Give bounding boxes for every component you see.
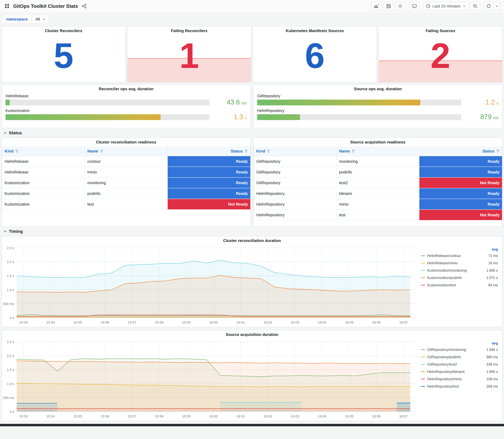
series-name: HelmRepository/minio <box>427 377 462 381</box>
svg-text:16:01: 16:01 <box>236 320 245 324</box>
legend-item[interactable]: Kustomization/test84 ms <box>421 281 498 289</box>
filter-funnel-icon <box>100 150 103 153</box>
svg-text:16:01: 16:01 <box>236 414 245 418</box>
refresh-group <box>484 2 500 10</box>
gauge-fill <box>257 99 420 105</box>
svg-text:1.5 s: 1.5 s <box>7 368 14 372</box>
time-range-picker[interactable]: Last 15 minutes <box>424 2 468 10</box>
column-header-status[interactable]: Status <box>168 146 250 156</box>
table-panel-1: Source acquisition readiness KindNameSta… <box>253 137 503 227</box>
table-row: HelmRepositoryminioReady <box>254 199 502 209</box>
filter-funnel-icon <box>496 150 499 153</box>
svg-text:500 ms: 500 ms <box>3 396 14 400</box>
legend-item[interactable]: GitRepository/monitoring1.594 s <box>421 346 498 353</box>
timeseries-plot[interactable]: 0 s500 ms1.0 s1.5 s2.0 s2.5 s15:5315:541… <box>2 339 419 420</box>
share-icon[interactable] <box>81 3 87 10</box>
panel-title: Failing Reconcilers <box>127 26 251 35</box>
stat-panel-0: Cluster Reconcilers5 <box>1 26 126 83</box>
save-dashboard-button[interactable] <box>384 2 393 10</box>
svg-text:15:57: 15:57 <box>128 414 136 418</box>
status-badge: Ready <box>419 199 502 209</box>
column-header-name[interactable]: Name <box>336 146 419 156</box>
cell-name: contour <box>85 156 168 167</box>
filter-funnel-icon <box>245 150 248 153</box>
variable-namespace-value-dropdown[interactable]: All <box>32 15 49 24</box>
table-row: HelmReleasecontourReady <box>2 156 250 167</box>
svg-text:15:58: 15:58 <box>155 320 163 324</box>
stat-value: 2 <box>379 38 502 73</box>
legend-avg-header[interactable]: avg <box>421 247 498 251</box>
svg-text:16:00: 16:00 <box>209 320 218 324</box>
svg-text:16:06: 16:06 <box>372 320 381 324</box>
svg-text:16:02: 16:02 <box>263 320 272 324</box>
column-header-kind[interactable]: Kind <box>2 146 85 156</box>
legend-item[interactable]: HelmRepository/test289 ms <box>421 383 498 390</box>
toolbar-tv-group <box>409 2 419 10</box>
column-header-kind[interactable]: Kind <box>254 146 336 156</box>
stats-row: Cluster Reconcilers5Failing Reconcilers1… <box>1 26 503 83</box>
series-avg-value: 1.594 s <box>486 348 498 352</box>
variable-namespace-value: All <box>36 17 40 22</box>
refresh-button[interactable] <box>484 2 494 10</box>
legend-item[interactable]: HelmRelease/minio16 ms <box>421 259 498 267</box>
section-status-label: Status <box>9 131 22 135</box>
stat-panel-2: Kubernetes Manifests Sources6 <box>253 26 377 83</box>
cell-name: bitnami <box>336 188 419 199</box>
section-timing[interactable]: Timing <box>1 227 503 236</box>
column-header-name[interactable]: Name <box>85 146 168 156</box>
panel-title: Kubernetes Manifests Sources <box>253 26 377 35</box>
legend-item[interactable]: HelmRepository/minio108 ms <box>421 375 498 383</box>
legend-item[interactable]: GitRepository/podinfo980 ms <box>421 353 498 361</box>
cell-kind: Kustomization <box>2 199 85 209</box>
series-name: Kustomization/monitoring <box>427 268 467 273</box>
series-name: GitRepository/monitoring <box>427 348 466 352</box>
legend-item[interactable]: GitRepository/test2338 ms <box>421 361 498 368</box>
gauge-row: HelmRepository879 ms <box>257 109 499 120</box>
variable-namespace-label: namespace <box>2 15 32 24</box>
readiness-table-1: KindNameStatusGitRepositorymonitoringRea… <box>254 146 502 220</box>
timeseries-panel-1: Source acquisition duration 0 s500 ms1.0… <box>1 330 503 421</box>
cell-kind: HelmRepository <box>254 188 336 199</box>
gauge-label: GitRepository <box>257 94 499 98</box>
cell-name: monitoring <box>336 156 419 167</box>
legend-avg-header[interactable]: avg <box>421 341 498 345</box>
column-header-status[interactable]: Status <box>419 146 502 156</box>
table-panel-0: Cluster reconciliation readiness KindNam… <box>1 137 251 227</box>
chevron-down-icon <box>3 230 7 233</box>
table-row: GitRepositorypodinfoReady <box>254 167 502 177</box>
svg-text:500 ms: 500 ms <box>3 302 14 306</box>
status-badge: Ready <box>168 188 250 199</box>
cell-kind: HelmRelease <box>2 156 85 167</box>
legend-item[interactable]: Kustomization/podinfo1.071 s <box>421 274 498 281</box>
svg-text:2.0 s: 2.0 s <box>7 354 14 358</box>
svg-text:15:54: 15:54 <box>46 320 55 324</box>
legend-item[interactable]: Kustomization/monitoring1.605 s <box>421 267 498 274</box>
legend-item[interactable]: HelmRelease/contour71 ms <box>421 252 498 259</box>
dashboard-settings-button[interactable] <box>395 2 405 10</box>
series-name: Kustomization/podinfo <box>427 276 462 280</box>
refresh-interval-dropdown[interactable] <box>494 2 500 10</box>
timeseries-plot[interactable]: 0 s500 ms1.0 s1.5 s2.0 s2.5 s15:5315:541… <box>2 245 419 326</box>
cell-kind: HelmRepository <box>254 199 336 209</box>
svg-text:16:05: 16:05 <box>345 320 354 324</box>
svg-text:16:07: 16:07 <box>399 320 408 324</box>
gauge-panel-0: Reconciler ops avg. duration HelmRelease… <box>1 84 251 128</box>
panel-title: Source ops avg. duration <box>254 85 502 93</box>
svg-text:15:54: 15:54 <box>46 414 55 418</box>
gauge-fill <box>257 114 300 120</box>
series-avg-value: 338 ms <box>486 362 498 366</box>
cycle-view-mode-button[interactable] <box>409 2 419 10</box>
legend-item[interactable]: HelmRepository/bitnami1.695 s <box>421 368 498 375</box>
stat-value: 5 <box>2 38 125 73</box>
zoom-out-time-button[interactable] <box>470 2 480 10</box>
status-badge: Ready <box>419 167 502 177</box>
add-panel-button[interactable] <box>371 2 382 10</box>
apps-grid-icon[interactable] <box>4 3 10 10</box>
svg-text:16:03: 16:03 <box>291 320 299 324</box>
chevron-down-icon <box>42 18 45 21</box>
section-status[interactable]: Status <box>1 128 503 137</box>
table-row: HelmRepositorybitnamiReady <box>254 188 502 199</box>
table-row: HelmReleaseminioReady <box>2 167 250 177</box>
table-row: GitRepositorymonitoringReady <box>254 156 502 167</box>
gauge-track <box>257 99 461 105</box>
